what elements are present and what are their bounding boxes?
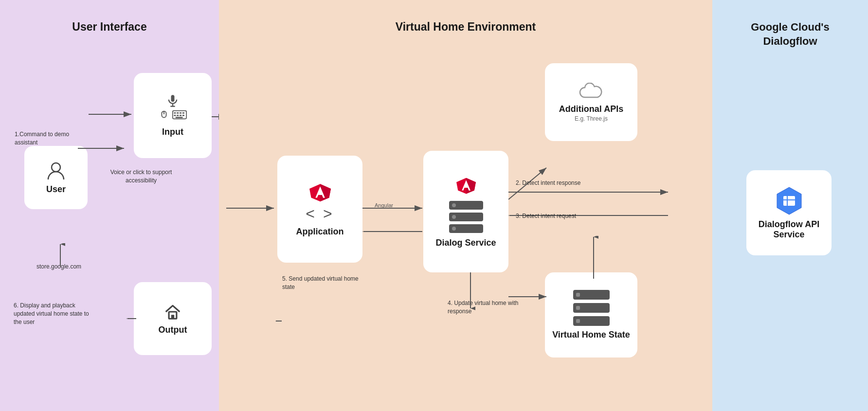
vhs-label: Virtual Home State [552, 330, 630, 340]
svg-rect-10 [182, 112, 184, 114]
dialogflow-card: Dialogflow API Service [746, 170, 832, 255]
svg-rect-17 [171, 315, 174, 319]
server-row-2 [449, 213, 483, 221]
arrow-input-app [226, 203, 280, 213]
svg-rect-63 [783, 196, 795, 206]
vh-section: Virtual Home Environment < > Application [219, 0, 712, 411]
svg-rect-1 [171, 95, 175, 102]
annotation-update-vh: 4. Update virtual home with response [448, 299, 525, 316]
ui-section-inner: User Interface User [10, 10, 209, 401]
svg-rect-15 [176, 117, 183, 118]
vh-section-inner: Virtual Home Environment < > Application [229, 10, 703, 401]
gc-section: Google Cloud'sDialogflow Dialogflow API … [712, 0, 868, 411]
keyboard-icon [172, 109, 187, 120]
svg-rect-7 [174, 112, 176, 114]
dialogflow-label: Dialogflow API Service [746, 219, 832, 240]
dialog-server-rows [449, 201, 483, 233]
annotation-store: store.google.com [36, 263, 81, 271]
vhs-row-2 [573, 303, 610, 313]
user-label: User [46, 184, 66, 195]
arrow-detect-response [508, 187, 674, 197]
cloud-icon [579, 83, 603, 100]
annotation-cmd: 1.Command to demo assistant [15, 130, 78, 147]
additional-apis-sublabel: E.g. Three.js [575, 115, 608, 122]
person-icon [46, 161, 66, 180]
angular-logo-dialog [456, 176, 476, 195]
arrow-app-output-right [275, 316, 283, 326]
application-label: Application [296, 227, 344, 237]
arrow-dialog-app [362, 227, 428, 236]
output-card: Output [134, 282, 212, 355]
vh-title: Virtual Home Environment [229, 20, 703, 34]
user-card: User [24, 146, 88, 209]
arrow-user-input [89, 109, 137, 119]
dialog-service-card: Dialog Service [423, 151, 508, 272]
mic-icon [166, 94, 180, 107]
ui-title: User Interface [10, 20, 209, 34]
svg-point-0 [52, 163, 60, 172]
server-row-3 [449, 224, 483, 233]
virtual-home-state-card: Virtual Home State [545, 272, 637, 357]
svg-rect-14 [182, 115, 184, 116]
input-card: Input [134, 73, 212, 158]
diagram: User Interface User [0, 0, 868, 411]
svg-rect-12 [177, 115, 179, 116]
angular-logo-app [309, 181, 331, 203]
additional-apis-label: Additional APIs [559, 104, 623, 114]
svg-rect-37 [465, 185, 467, 186]
input-label: Input [162, 127, 183, 137]
annotation-detect-request: 3. Detect intent request [516, 212, 576, 220]
gc-title: Google Cloud'sDialogflow [722, 20, 858, 48]
application-card: < > Application [277, 156, 362, 263]
dialogflow-logo [775, 186, 804, 215]
arrow-app-dialog: Angular [362, 203, 428, 213]
annotation-detect-response: 2. Detect intent response [516, 179, 580, 187]
svg-rect-9 [180, 112, 181, 114]
mouse-icon [159, 109, 169, 120]
arrow-input-right [212, 112, 219, 122]
svg-rect-11 [174, 115, 176, 116]
additional-apis-card: Additional APIs E.g. Three.js [545, 63, 637, 141]
dialog-service-label: Dialog Service [435, 238, 496, 248]
annotation-voice: Voice or click to support accessibility [107, 168, 175, 185]
annotation-display: 6. Display and playback updated virtual … [14, 302, 91, 326]
vhs-server-rows [573, 290, 610, 326]
server-row-1 [449, 201, 483, 210]
svg-rect-32 [319, 192, 322, 194]
ui-section: User Interface User [0, 0, 219, 411]
vhs-row-1 [573, 290, 610, 300]
svg-rect-13 [180, 115, 181, 116]
svg-rect-8 [177, 112, 179, 114]
angular-label: Angular [375, 203, 393, 208]
gc-section-inner: Google Cloud'sDialogflow Dialogflow API … [722, 10, 858, 401]
vhs-row-3 [573, 316, 610, 326]
annotation-send-state: 5. Send updated virtual home state [282, 275, 370, 291]
output-label: Output [159, 325, 187, 335]
house-icon [163, 303, 182, 321]
